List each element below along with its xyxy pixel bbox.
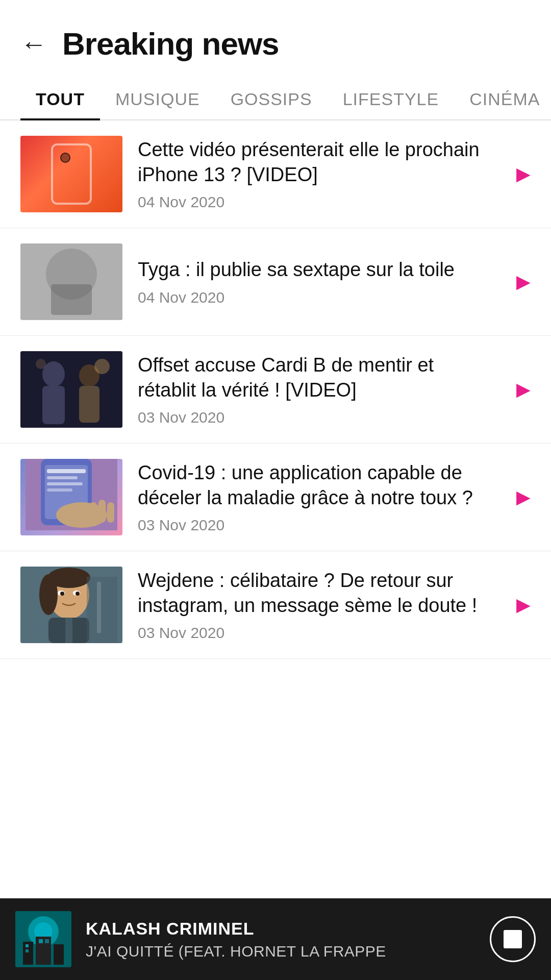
svg-rect-30 xyxy=(65,618,72,643)
svg-rect-32 xyxy=(97,582,101,633)
tab-tout[interactable]: TOUT xyxy=(20,77,100,119)
now-playing-artist: KALASH CRIMINEL xyxy=(86,919,490,939)
news-date: 04 Nov 2020 xyxy=(138,193,491,211)
news-thumbnail xyxy=(20,459,122,535)
chevron-right-icon: ▶ xyxy=(516,486,531,508)
svg-rect-13 xyxy=(47,469,86,473)
svg-rect-15 xyxy=(47,482,83,485)
news-item[interactable]: Covid-19 : une application capable de dé… xyxy=(0,444,551,551)
svg-rect-14 xyxy=(47,476,78,479)
now-playing-song: J'AI QUITTÉ (FEAT. HORNET LA FRAPPE xyxy=(86,943,490,960)
svg-rect-5 xyxy=(42,386,65,424)
svg-rect-40 xyxy=(26,949,29,952)
tab-gossips[interactable]: GOSSIPS xyxy=(215,77,328,119)
svg-rect-31 xyxy=(87,577,117,643)
chevron-right-icon: ▶ xyxy=(516,163,531,185)
tab-cinema[interactable]: CINÉMA xyxy=(454,77,551,119)
news-date: 03 Nov 2020 xyxy=(138,624,491,642)
now-playing-bar: KALASH CRIMINEL J'AI QUITTÉ (FEAT. HORNE… xyxy=(0,898,551,980)
news-content: Offset accuse Cardi B de mentir et rétab… xyxy=(138,353,516,427)
svg-rect-18 xyxy=(89,502,97,523)
news-content: Cette vidéo présenterait elle le prochai… xyxy=(138,137,516,211)
stop-icon xyxy=(504,930,522,948)
news-title: Wejdene : célibataire ? De retour sur in… xyxy=(138,568,491,619)
chevron-right-icon: ▶ xyxy=(516,594,531,616)
svg-point-27 xyxy=(60,592,64,596)
news-date: 03 Nov 2020 xyxy=(138,409,491,426)
svg-rect-42 xyxy=(45,939,49,943)
svg-rect-20 xyxy=(107,502,114,523)
news-content: Tyga : il publie sa sextape sur la toile… xyxy=(138,257,516,306)
now-playing-thumbnail xyxy=(15,911,71,967)
news-list: Cette vidéo présenterait elle le prochai… xyxy=(0,120,551,659)
svg-rect-16 xyxy=(47,488,72,492)
svg-point-8 xyxy=(94,359,110,374)
news-title: Tyga : il publie sa sextape sur la toile xyxy=(138,257,491,282)
news-date: 04 Nov 2020 xyxy=(138,289,491,306)
news-item[interactable]: Wejdene : célibataire ? De retour sur in… xyxy=(0,551,551,659)
news-thumbnail xyxy=(20,567,122,643)
svg-rect-41 xyxy=(39,939,43,943)
chevron-right-icon: ▶ xyxy=(516,271,531,292)
news-item[interactable]: Tyga : il publie sa sextape sur la toile… xyxy=(0,228,551,336)
news-thumbnail xyxy=(20,351,122,428)
svg-rect-19 xyxy=(98,500,106,523)
now-playing-info: KALASH CRIMINEL J'AI QUITTÉ (FEAT. HORNE… xyxy=(86,919,490,960)
tab-musique[interactable]: MUSIQUE xyxy=(100,77,215,119)
svg-rect-7 xyxy=(79,386,99,423)
news-date: 03 Nov 2020 xyxy=(138,517,491,534)
news-item[interactable]: Offset accuse Cardi B de mentir et rétab… xyxy=(0,336,551,444)
news-item[interactable]: Cette vidéo présenterait elle le prochai… xyxy=(0,120,551,228)
svg-rect-2 xyxy=(51,284,92,315)
svg-rect-38 xyxy=(54,944,64,965)
tabs-nav: TOUT MUSIQUE GOSSIPS LIFESTYLE CINÉMA xyxy=(0,77,551,120)
news-title: Offset accuse Cardi B de mentir et rétab… xyxy=(138,353,491,403)
page-title: Breaking news xyxy=(62,26,279,62)
news-title: Cette vidéo présenterait elle le prochai… xyxy=(138,137,491,188)
stop-button[interactable] xyxy=(490,916,536,962)
header: ← Breaking news xyxy=(0,0,551,77)
svg-point-28 xyxy=(76,592,80,596)
back-button[interactable]: ← xyxy=(20,31,47,57)
news-content: Covid-19 : une application capable de dé… xyxy=(138,460,516,534)
tab-lifestyle[interactable]: LIFESTYLE xyxy=(328,77,455,119)
news-content: Wejdene : célibataire ? De retour sur in… xyxy=(138,568,516,642)
chevron-right-icon: ▶ xyxy=(516,379,531,400)
svg-point-24 xyxy=(39,574,58,615)
news-title: Covid-19 : une application capable de dé… xyxy=(138,460,491,511)
news-thumbnail xyxy=(20,243,122,320)
news-thumbnail xyxy=(20,136,122,212)
svg-rect-39 xyxy=(26,944,29,947)
svg-point-9 xyxy=(36,359,46,369)
